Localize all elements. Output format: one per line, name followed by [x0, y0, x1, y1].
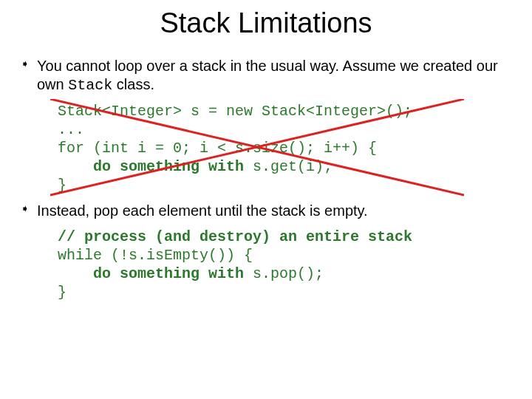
bullet2-text: Instead, pop each element until the stac…	[37, 202, 368, 219]
bullet-marker-icon: ➧	[21, 58, 30, 69]
bullet1-text-mono: Stack	[68, 77, 112, 94]
code2-line3-rest: s.pop();	[244, 265, 324, 282]
code2-line3-indent	[58, 265, 93, 282]
code1-line4-bold: do something with	[93, 158, 244, 175]
bullet-marker-icon: ➧	[21, 203, 30, 214]
code1-line4-rest: s.get(i);	[244, 158, 332, 175]
code1-line3: for (int i = 0; i < s.size(); i++) {	[58, 140, 377, 157]
code1-line4-indent	[58, 158, 93, 175]
bullet-item-2: ➧ Instead, pop each element until the st…	[21, 202, 511, 220]
code-block-2: // process (and destroy) an entire stack…	[58, 228, 511, 301]
code1-line5: }	[58, 177, 66, 194]
code-block-1-wrap: Stack<Integer> s = new Stack<Integer>();…	[21, 102, 511, 194]
bullet-item-1: ➧ You cannot loop over a stack in the us…	[21, 57, 511, 95]
code1-line2: ...	[58, 121, 84, 138]
slide-title: Stack Limitations	[21, 7, 511, 39]
code2-line1: // process (and destroy) an entire stack	[58, 228, 412, 245]
slide: Stack Limitations ➧ You cannot loop over…	[0, 7, 532, 301]
code1-line1: Stack<Integer> s = new Stack<Integer>();	[58, 103, 412, 120]
code2-line2: while (!s.isEmpty()) {	[58, 247, 253, 264]
code2-line3-bold: do something with	[93, 265, 244, 282]
code2-line4: }	[58, 284, 66, 301]
bullet1-text-post: class.	[112, 76, 154, 92]
code-block-1: Stack<Integer> s = new Stack<Integer>();…	[58, 102, 511, 194]
